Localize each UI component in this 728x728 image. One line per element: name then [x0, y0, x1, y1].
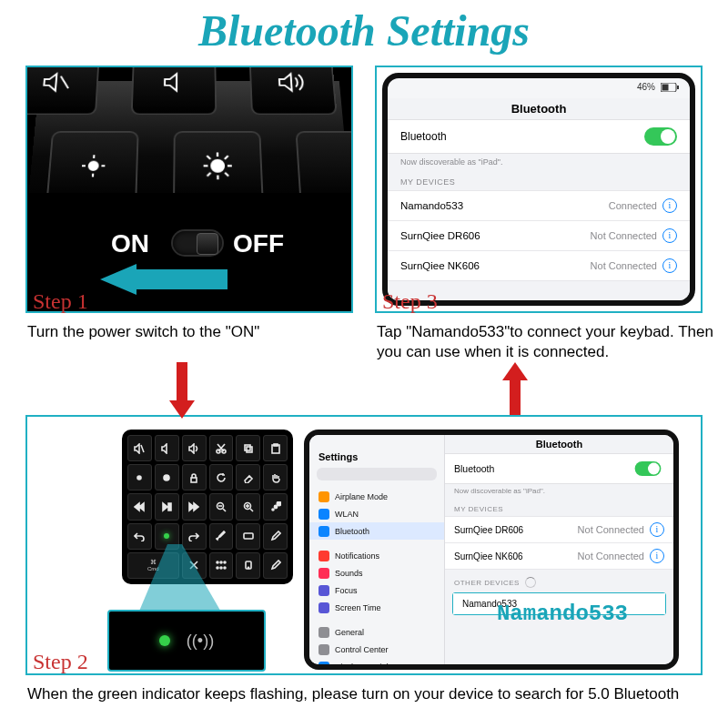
info-icon[interactable]: i	[650, 522, 664, 537]
sidebar-item-label: Notifications	[335, 551, 379, 561]
sidebar-item[interactable]: Sounds	[309, 564, 444, 581]
key-brush-size	[263, 493, 288, 520]
brightness-down-key	[46, 131, 139, 202]
volume-down-key	[131, 66, 217, 115]
power-switch[interactable]	[173, 231, 222, 255]
info-icon[interactable]: i	[662, 258, 677, 273]
other-devices-header: OTHER DEVICES	[445, 570, 673, 591]
red-arrow-step3	[508, 362, 522, 417]
svg-line-31	[223, 509, 226, 511]
keyboard-edge	[27, 81, 351, 208]
device-name: SurnQiee DR606	[454, 525, 523, 535]
svg-point-27	[137, 476, 141, 480]
green-led-icon	[159, 635, 170, 646]
key-home	[236, 552, 260, 579]
sidebar-item[interactable]: Notifications	[309, 547, 444, 564]
info-icon[interactable]: i	[662, 198, 677, 213]
settings-sidebar: Settings Airplane ModeWLANBluetoothNotif…	[309, 435, 445, 664]
key-copy	[236, 435, 260, 461]
info-icon[interactable]: i	[662, 228, 677, 243]
sidebar-item-label: Airplane Mode	[335, 492, 388, 501]
ipad-settings-frame: Mon Aug 15 Settings Airplane ModeWLANBlu…	[304, 430, 679, 670]
sidebar-title: Settings	[309, 451, 444, 468]
step1-label: Step 1	[33, 289, 88, 314]
instruction-graphic: Bluetooth Settings ON OFF	[0, 0, 728, 728]
svg-point-50	[248, 568, 248, 569]
device-row[interactable]: SurnQiee NK606Not Connected i	[388, 251, 690, 281]
mute-key	[25, 66, 100, 115]
svg-point-38	[274, 505, 277, 508]
key-play	[155, 493, 179, 520]
sidebar-item[interactable]: Bluetooth	[309, 522, 444, 540]
device-name: SurnQiee NK606	[454, 551, 523, 561]
sidebar-item[interactable]: Airplane Mode	[309, 488, 444, 505]
key-partial	[295, 131, 353, 202]
step1-panel: ON OFF	[25, 66, 353, 313]
sidebar-item[interactable]: Screen Time	[309, 599, 444, 616]
device-status: Not Connected i	[578, 549, 664, 563]
svg-line-34	[250, 509, 253, 511]
sidebar-item-label: Display & Brightness	[335, 662, 410, 665]
sidebar-icon	[318, 627, 329, 638]
sidebar-item-label: Bluetooth	[335, 527, 369, 536]
device-row[interactable]: SurnQiee DR606Not Connected i	[445, 516, 673, 543]
device-name: Namando533	[400, 200, 463, 211]
device-status: Not Connected i	[591, 258, 677, 273]
discoverable-2: Now discoverable as "iPad".	[445, 484, 673, 498]
key-vol-up	[182, 435, 207, 461]
battery-icon	[661, 83, 679, 92]
sidebar-item-label: Control Center	[335, 645, 389, 654]
ipad-frame: 46% Bluetooth Bluetooth Now discoverable…	[382, 73, 695, 306]
sidebar-item-label: Screen Time	[335, 603, 381, 612]
key-cut	[209, 435, 234, 461]
sidebar-icon	[318, 644, 329, 655]
sidebar-item[interactable]: Focus	[309, 581, 444, 599]
volume-up-key	[248, 66, 337, 115]
device-name: SurnQiee NK606	[400, 260, 480, 271]
key-text	[236, 523, 260, 550]
svg-rect-40	[244, 533, 253, 539]
scanning-spinner-icon	[525, 577, 536, 588]
battery-percent: 46%	[637, 82, 655, 92]
bluetooth-pane-small: Bluetooth Bluetooth Now discoverable as …	[445, 435, 673, 664]
sidebar-item-label: General	[335, 628, 364, 637]
key-bright-up	[155, 464, 179, 490]
device-row[interactable]: SurnQiee DR606Not Connected i	[388, 221, 690, 251]
key-paste	[263, 435, 288, 461]
step3-label: Step 3	[382, 289, 438, 314]
switch-on-label: ON	[111, 229, 149, 258]
info-icon[interactable]: i	[650, 549, 664, 563]
device-row[interactable]: Namando533Connected i	[388, 190, 690, 221]
my-devices-2: MY DEVICES	[445, 498, 673, 516]
sidebar-item[interactable]: General	[309, 623, 444, 641]
sidebar-search[interactable]	[317, 468, 437, 480]
bt-toggle-2[interactable]	[635, 461, 662, 476]
sidebar-icon	[318, 662, 329, 665]
key-pen	[263, 552, 288, 579]
bluetooth-led	[164, 533, 169, 539]
bluetooth-toggle-row: Bluetooth	[388, 119, 690, 154]
svg-point-1	[89, 162, 98, 170]
svg-line-11	[207, 156, 210, 159]
key-mute	[127, 435, 152, 461]
sidebar-icon	[318, 585, 329, 596]
bluetooth-toggle[interactable]	[644, 127, 677, 146]
bt-toggle-row-2: Bluetooth	[445, 453, 673, 484]
svg-point-28	[164, 475, 169, 480]
sidebar-icon	[318, 602, 329, 613]
sidebar-item[interactable]: Display & Brightness	[309, 658, 444, 664]
brightness-up-key	[173, 131, 264, 202]
device-row[interactable]: SurnQiee NK606Not Connected i	[445, 543, 673, 570]
my-devices-header: MY DEVICES	[388, 168, 690, 190]
key-vol	[155, 435, 179, 461]
device-status: Not Connected i	[578, 522, 664, 537]
svg-rect-17	[677, 86, 679, 89]
svg-rect-24	[247, 447, 252, 452]
device-name-callout: Namando533	[497, 602, 628, 626]
device-name: SurnQiee DR606	[400, 230, 480, 241]
key-zoom-in	[236, 493, 260, 520]
sidebar-item[interactable]: WLAN	[309, 505, 444, 522]
sidebar-item[interactable]: Control Center	[309, 641, 444, 658]
step2-caption: When the green indicator keeps flashing,…	[27, 684, 701, 704]
svg-point-39	[277, 501, 280, 505]
